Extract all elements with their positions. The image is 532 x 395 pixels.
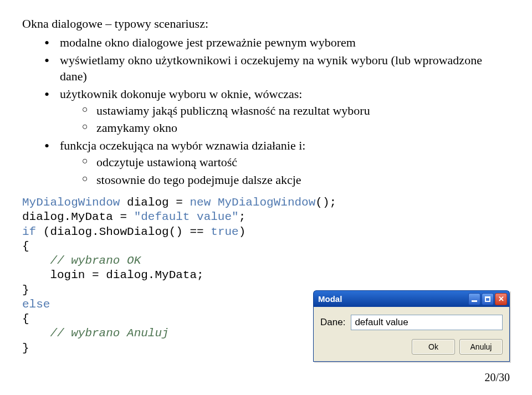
code-type: MyDialogWindow xyxy=(22,196,120,209)
list-item-text: użytkownik dokonuje wyboru w oknie, wówc… xyxy=(60,87,302,101)
list-item: użytkownik dokonuje wyboru w oknie, wówc… xyxy=(44,86,510,136)
code-text: ; xyxy=(239,211,246,223)
maximize-icon xyxy=(485,296,490,302)
page-number: 20/30 xyxy=(484,371,510,384)
code-type: MyDialogWindow xyxy=(218,196,315,209)
list-item-text: funkcja oczekująca na wybór wznawia dzia… xyxy=(60,138,305,152)
list-item: stosownie do tego podejmuje dalsze akcje xyxy=(82,172,510,188)
input-row: Dane: xyxy=(320,315,503,330)
window-title: Modal xyxy=(318,294,467,304)
data-input[interactable] xyxy=(351,315,503,330)
button-row: Ok Anuluj xyxy=(320,339,503,355)
code-text: ) xyxy=(239,225,246,238)
code-text: } xyxy=(22,284,29,296)
code-text xyxy=(211,196,218,209)
maximize-button[interactable] xyxy=(482,293,494,305)
list-item: wyświetlamy okno użytkownikowi i oczekuj… xyxy=(44,52,510,85)
code-text: (dialog.ShowDialog() == xyxy=(36,225,211,238)
minimize-icon xyxy=(472,300,477,302)
code-text: dialog.MyData = xyxy=(22,211,134,223)
list-item: zamykamy okno xyxy=(82,120,510,136)
close-icon: ✕ xyxy=(498,295,504,303)
list-item: funkcja oczekująca na wybór wznawia dzia… xyxy=(44,137,510,188)
code-text: dialog = xyxy=(120,196,190,209)
dialog-window: Modal ✕ Dane: Ok Anuluj xyxy=(313,290,510,362)
code-keyword: new xyxy=(190,196,211,209)
bullet-list: modalne okno dialogowe jest przeważnie p… xyxy=(22,34,510,188)
ok-button[interactable]: Ok xyxy=(412,339,455,355)
sub-list: odczytuje ustawioną wartość stosownie do… xyxy=(60,154,510,188)
code-keyword: else xyxy=(22,298,50,311)
code-comment: // wybrano Anuluj xyxy=(22,327,169,340)
list-item: ustawiamy jakąś publiczną własność na re… xyxy=(82,102,510,119)
code-keyword: true xyxy=(211,225,238,238)
code-text: login = dialog.MyData; xyxy=(22,269,204,281)
page-heading: Okna dialogowe – typowy scenariusz: xyxy=(22,17,510,31)
dialog-client-area: Dane: Ok Anuluj xyxy=(313,307,510,362)
code-comment: // wybrano OK xyxy=(22,254,141,267)
input-label: Dane: xyxy=(320,317,345,328)
list-item: odczytuje ustawioną wartość xyxy=(82,154,510,171)
code-text: (); xyxy=(315,196,336,209)
code-text: } xyxy=(22,342,29,355)
list-item: modalne okno dialogowe jest przeważnie p… xyxy=(44,34,510,51)
code-text: { xyxy=(22,240,29,253)
code-string: "default value" xyxy=(134,211,239,223)
sub-list: ustawiamy jakąś publiczną własność na re… xyxy=(60,102,510,136)
cancel-button[interactable]: Anuluj xyxy=(459,339,503,355)
close-button[interactable]: ✕ xyxy=(495,293,507,305)
titlebar[interactable]: Modal ✕ xyxy=(313,290,510,307)
minimize-button[interactable] xyxy=(468,293,480,305)
code-keyword: if xyxy=(22,225,36,238)
code-text: { xyxy=(22,312,29,325)
